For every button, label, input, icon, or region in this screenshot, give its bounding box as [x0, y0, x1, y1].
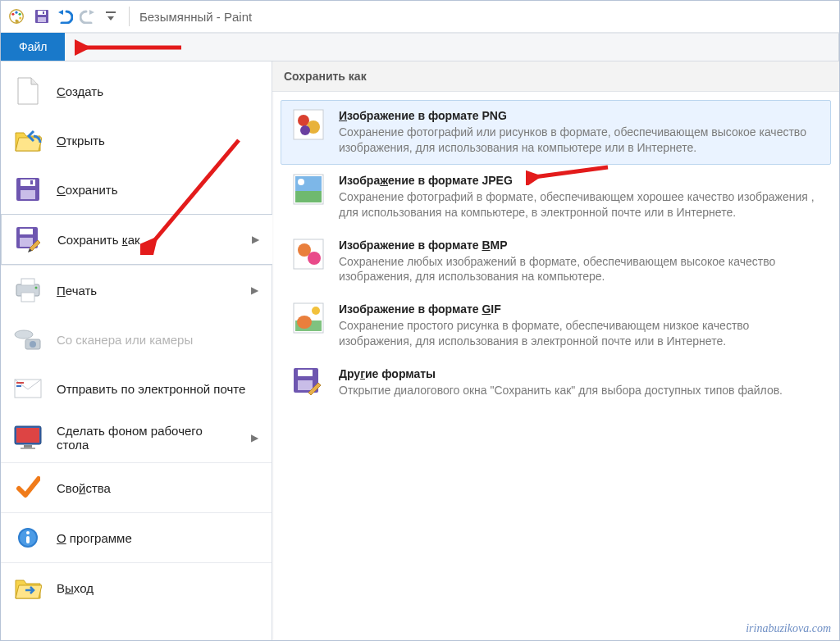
menu-item-label: Сохранить как — [57, 233, 237, 247]
menu-item-wallpaper[interactable]: Сделать фоном рабочего стола ▶ — [1, 413, 272, 462]
save-as-pane-header: Сохранить как — [272, 61, 839, 92]
other-format-icon — [293, 367, 324, 398]
format-option-jpeg[interactable]: Изображение в формате JPEG Сохранение фо… — [281, 165, 831, 230]
svg-rect-6 — [38, 11, 46, 15]
save-as-icon — [15, 225, 43, 253]
save-icon — [14, 175, 42, 203]
submenu-arrow-icon: ▶ — [252, 234, 259, 245]
qat-save-button[interactable] — [34, 8, 50, 25]
menu-item-save[interactable]: Сохранить — [1, 165, 272, 214]
qat-customize-dropdown[interactable] — [103, 8, 119, 25]
svg-point-21 — [15, 330, 33, 339]
menu-item-about[interactable]: О программе — [1, 512, 272, 562]
bmp-thumb-icon — [293, 239, 324, 270]
svg-point-42 — [298, 179, 304, 185]
svg-point-20 — [35, 287, 38, 289]
quick-access-toolbar — [34, 8, 119, 25]
file-backstage: Создать Открыть Сохранить Сохранить как — [1, 61, 839, 641]
svg-rect-9 — [106, 11, 116, 13]
svg-rect-51 — [298, 370, 313, 376]
format-desc: Сохранение фотографий в формате, обеспеч… — [339, 189, 819, 220]
menu-item-label: Сохранить — [57, 183, 258, 197]
svg-rect-12 — [21, 190, 35, 199]
new-file-icon — [14, 77, 42, 105]
menu-item-label: Открыть — [57, 134, 258, 148]
menu-item-email[interactable]: Отправить по электронной почте — [1, 364, 272, 413]
email-icon — [14, 375, 42, 402]
menu-item-label: Свойства — [57, 481, 258, 495]
menu-item-label: Выход — [57, 581, 258, 595]
menu-item-label: О программе — [57, 531, 258, 545]
format-title: Другие форматы — [339, 367, 819, 380]
qat-redo-button[interactable] — [80, 8, 96, 25]
svg-point-45 — [308, 252, 321, 265]
tab-file[interactable]: Файл — [1, 33, 65, 61]
svg-point-23 — [30, 341, 36, 348]
menu-item-print[interactable]: Печать ▶ — [1, 265, 272, 315]
format-option-gif[interactable]: Изображение в формате GIF Сохранение про… — [281, 293, 831, 358]
format-option-other[interactable]: Другие форматы Открытие диалогового окна… — [281, 358, 831, 407]
gif-thumb-icon — [293, 302, 324, 334]
watermark-text: irinabuzikova.com — [746, 622, 831, 635]
svg-rect-7 — [38, 17, 46, 22]
menu-item-scanner: Со сканера или камеры — [1, 315, 272, 364]
menu-item-open[interactable]: Открыть — [1, 116, 272, 165]
ribbon-empty-area — [65, 33, 839, 61]
scanner-icon — [14, 325, 42, 353]
format-title: Изображение в формате BMP — [339, 239, 819, 252]
menu-item-label: Со сканера или камеры — [57, 333, 258, 347]
info-icon — [14, 524, 42, 552]
svg-rect-16 — [20, 238, 33, 247]
svg-rect-26 — [16, 385, 21, 387]
save-as-format-list: Изображение в формате PNG Сохранение фот… — [272, 92, 839, 416]
format-desc: Сохранение любых изображений в формате, … — [339, 254, 819, 285]
print-icon — [14, 276, 42, 304]
checkmark-icon — [14, 474, 42, 502]
menu-item-save-as[interactable]: Сохранить как ▶ — [1, 214, 272, 265]
format-desc: Открытие диалогового окна "Сохранить как… — [339, 383, 819, 398]
svg-point-38 — [300, 125, 310, 135]
menu-item-exit[interactable]: Выход — [1, 562, 272, 612]
submenu-arrow-icon: ▶ — [251, 432, 258, 443]
svg-rect-19 — [21, 293, 34, 302]
svg-rect-13 — [30, 180, 33, 184]
svg-rect-30 — [21, 448, 35, 449]
submenu-arrow-icon: ▶ — [251, 284, 258, 296]
svg-point-2 — [15, 11, 17, 14]
svg-point-34 — [26, 531, 30, 534]
open-folder-icon — [14, 126, 42, 154]
menu-item-label: Отправить по электронной почте — [57, 382, 258, 396]
menu-item-label: Сделать фоном рабочего стола — [57, 424, 236, 452]
ribbon-tabs: Файл — [1, 33, 839, 61]
svg-point-1 — [11, 13, 14, 16]
file-menu: Создать Открыть Сохранить Сохранить как — [1, 61, 272, 641]
svg-rect-29 — [24, 445, 32, 448]
desktop-icon — [14, 424, 42, 452]
svg-rect-18 — [21, 279, 34, 285]
menu-item-label: Печать — [57, 284, 236, 298]
title-bar: Безымянный - Paint — [1, 1, 839, 33]
menu-item-create[interactable]: Создать — [1, 66, 272, 116]
format-option-png[interactable]: Изображение в формате PNG Сохранение фот… — [281, 100, 831, 165]
format-desc: Сохранение простого рисунка в формате, о… — [339, 318, 819, 349]
paint-window: Безымянный - Paint Файл Создать Открыть — [0, 0, 840, 641]
exit-folder-icon — [14, 574, 42, 602]
window-title: Безымянный - Paint — [139, 10, 252, 24]
save-as-pane: Сохранить как Изображение в формате PNG … — [272, 61, 839, 641]
title-separator — [129, 7, 130, 26]
svg-rect-15 — [20, 229, 33, 234]
svg-point-49 — [297, 316, 312, 329]
svg-rect-52 — [298, 380, 313, 390]
menu-item-label: Создать — [57, 84, 258, 98]
format-title: Изображение в формате GIF — [339, 302, 819, 316]
format-title: Изображение в формате PNG — [339, 109, 819, 122]
qat-undo-button[interactable] — [57, 8, 73, 25]
svg-rect-8 — [43, 11, 44, 14]
format-option-bmp[interactable]: Изображение в формате BMP Сохранение люб… — [281, 230, 831, 294]
png-thumb-icon — [293, 109, 324, 140]
format-title: Изображение в формате JPEG — [339, 174, 819, 187]
svg-rect-28 — [16, 428, 39, 443]
svg-rect-11 — [21, 180, 35, 186]
menu-item-properties[interactable]: Свойства — [1, 462, 272, 512]
svg-rect-41 — [295, 191, 322, 202]
